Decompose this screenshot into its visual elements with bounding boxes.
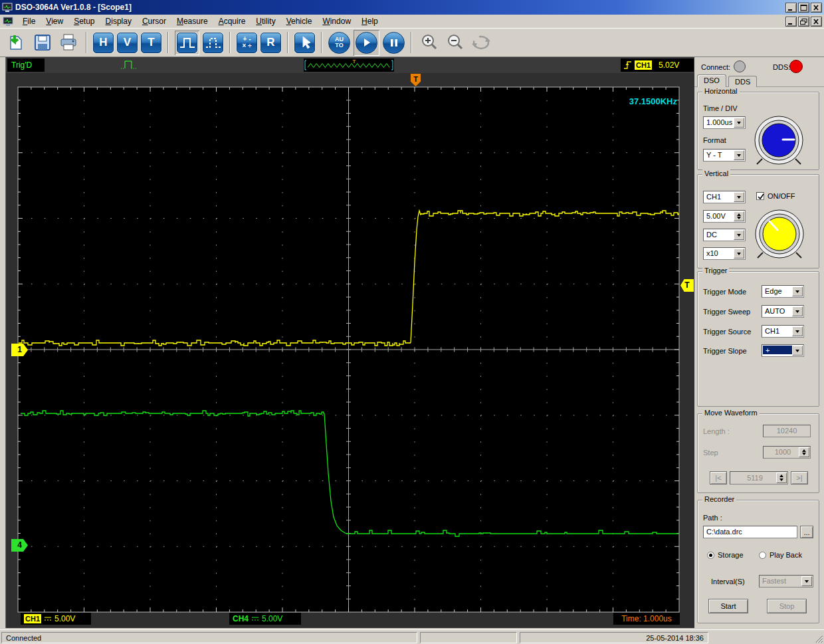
window-title: DSO-3064A Ver1.0.8 - [Scope1] <box>15 3 132 12</box>
dds-label: DDS: <box>773 63 790 71</box>
path-input[interactable]: C:\data.drc <box>703 526 797 538</box>
trigger-group: Trigger Trigger Mode Edge Trigger Sweep … <box>697 271 819 407</box>
math-button[interactable]: + -× ÷ <box>237 33 257 53</box>
control-panel: Connect: DDS: DSO DDS Horizontal Time / … <box>694 57 824 629</box>
autoset-button[interactable]: AUTO <box>328 32 350 54</box>
menu-cursor[interactable]: Cursor <box>137 15 171 27</box>
connection-status: Connected <box>1 632 417 643</box>
resize-grip-icon[interactable] <box>814 634 823 643</box>
print-button[interactable] <box>57 31 80 54</box>
vertical-position-knob[interactable] <box>752 206 807 262</box>
chevron-down-icon <box>792 306 803 316</box>
chevron-down-icon <box>734 249 744 259</box>
sync-refresh-button[interactable] <box>470 31 492 54</box>
vertical-panel-button[interactable]: V <box>117 33 138 53</box>
ch4-label: CH4 <box>233 614 249 623</box>
close-button[interactable] <box>811 3 822 13</box>
volts-div-stepper[interactable]: 5.00V <box>703 210 746 223</box>
recorder-group: Recorder Path : C:\data.drc ... Storage … <box>697 500 819 623</box>
maximize-button[interactable] <box>798 3 809 13</box>
browse-button[interactable]: ... <box>800 526 813 538</box>
connect-indicator <box>734 60 746 72</box>
channel-select[interactable]: CH1 <box>703 191 746 203</box>
ch4-scale-readout: CH4 5.00V <box>229 613 301 625</box>
playback-radio[interactable]: Play Back <box>759 551 802 559</box>
menu-view[interactable]: View <box>41 15 68 27</box>
probe-select[interactable]: x10 <box>703 247 746 260</box>
document-icon[interactable] <box>3 17 13 27</box>
trigger-slope-select[interactable]: + <box>762 344 804 357</box>
length-label: Length : <box>703 427 730 435</box>
pulse-waveform-button[interactable] <box>175 31 199 55</box>
reference-button[interactable]: R <box>260 33 281 53</box>
datetime-status: 25-05-2014 18:36 <box>520 632 708 643</box>
chevron-down-icon <box>734 192 744 202</box>
format-label: Format <box>703 136 726 144</box>
coupling-select[interactable]: DC <box>703 229 746 241</box>
application-window: DSO-3064A Ver1.0.8 - [Scope1] File View … <box>0 0 824 644</box>
toolbar-separator <box>86 32 87 53</box>
vertical-group: Vertical CH1 5.00V DC x10 ON/OFF <box>697 174 819 268</box>
dc-coupling-icon <box>44 616 52 622</box>
ch1-scale-readout: CH1 5.00V <box>21 613 91 625</box>
step-stepper: 1000 <box>763 446 811 459</box>
trigger-source-select[interactable]: CH1 <box>762 325 804 338</box>
minimize-button[interactable] <box>785 3 797 13</box>
child-restore-button[interactable] <box>798 17 809 27</box>
go-first-button[interactable]: |< <box>710 471 727 484</box>
chevron-down-icon <box>734 118 744 128</box>
step-label: Step <box>703 449 718 457</box>
open-file-button[interactable] <box>5 31 28 54</box>
zoom-in-button[interactable] <box>418 31 441 54</box>
time-div-select[interactable]: 1.000us <box>703 116 746 129</box>
dds-indicator <box>789 60 803 73</box>
run-button[interactable] <box>354 30 379 56</box>
menu-window[interactable]: Window <box>317 15 356 27</box>
trigger-mode-select[interactable]: Edge <box>762 285 804 298</box>
menu-utility[interactable]: Utility <box>251 15 280 27</box>
cursor-measure-button[interactable] <box>294 33 315 53</box>
zoom-out-button[interactable] <box>444 31 466 54</box>
menu-acquire[interactable]: Acquire <box>213 15 251 27</box>
pause-button[interactable] <box>383 32 405 54</box>
go-last-button[interactable]: >| <box>791 471 808 484</box>
scope-screen: Trig'D T CH1 5.02V <box>5 57 694 628</box>
ch1-chip: CH1 <box>24 614 41 623</box>
record-stop-button[interactable]: Stop <box>767 599 807 613</box>
menu-file[interactable]: File <box>17 15 41 27</box>
toolbar-separator <box>229 32 231 53</box>
tab-dso[interactable]: DSO <box>697 74 726 87</box>
save-button[interactable] <box>31 31 54 54</box>
child-minimize-button[interactable] <box>785 17 797 27</box>
trigger-slope-label: Trigger Slope <box>703 347 747 355</box>
horizontal-group: Horizontal Time / DIV 1.000us Format Y -… <box>697 92 819 170</box>
statusbar-section <box>420 632 517 643</box>
menu-bar: File View Setup Display Cursor Measure A… <box>0 15 824 29</box>
child-close-button[interactable] <box>811 17 822 27</box>
check-icon <box>757 193 765 201</box>
menu-measure[interactable]: Measure <box>171 15 213 27</box>
oscilloscope-graticule <box>6 57 695 628</box>
interval-label: Interval(S) <box>711 578 745 586</box>
menu-vehicle[interactable]: Vehicle <box>281 15 318 27</box>
path-label: Path : <box>703 514 722 522</box>
frequency-readout: 37.1500KHz <box>577 96 677 106</box>
channel-onoff-checkbox[interactable]: ON/OFF <box>756 192 795 200</box>
menu-setup[interactable]: Setup <box>68 15 100 27</box>
format-select[interactable]: Y - T <box>703 149 746 161</box>
record-start-button[interactable]: Start <box>708 599 748 613</box>
horizontal-panel-button[interactable]: H <box>93 33 114 53</box>
tab-dds[interactable]: DDS <box>728 76 757 87</box>
storage-radio[interactable]: Storage <box>707 551 744 559</box>
trigger-panel-button[interactable]: T <box>141 33 161 53</box>
menu-display[interactable]: Display <box>100 15 137 27</box>
menu-help[interactable]: Help <box>356 15 383 27</box>
horizontal-position-knob[interactable] <box>751 112 807 168</box>
toolbar-separator <box>321 32 322 53</box>
chevron-down-icon <box>801 576 812 586</box>
toolbar-separator <box>411 32 412 53</box>
time-div-label: Time / DIV <box>703 104 738 112</box>
toolbar-separator <box>287 32 288 53</box>
trigger-sweep-select[interactable]: AUTO <box>762 305 804 318</box>
pulse-train-button[interactable] <box>203 33 223 53</box>
